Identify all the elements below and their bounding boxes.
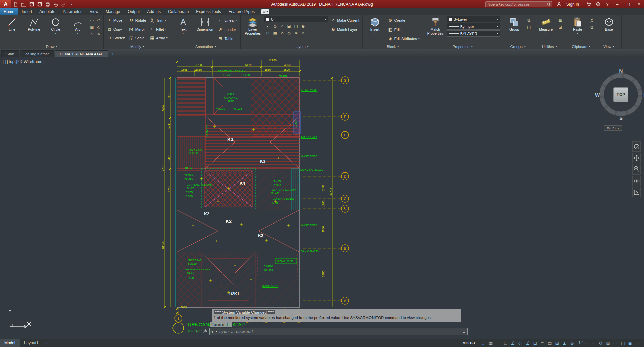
command-recent-dropdown[interactable]: ▾ [216, 330, 217, 333]
file-tab-denah-rencana-atap[interactable]: DENAH RENCANA ATAP [55, 50, 108, 57]
cut-clip-button[interactable]: ╳ [589, 17, 595, 23]
new-file-button[interactable] [11, 0, 19, 8]
ribbon-tab-annotate[interactable]: Annotate [36, 8, 59, 15]
layer-tool-icon[interactable]: ⊖ [265, 30, 271, 36]
ribbon-tab-manage[interactable]: Manage [102, 8, 124, 15]
snap-mode-toggle[interactable]: ▦ [487, 340, 494, 347]
sign-in-button[interactable]: Sign In▾ [564, 2, 584, 7]
measure-button[interactable]: Measure▾ [536, 16, 556, 44]
linear-dimension-button[interactable]: ↔Linear▾ [216, 16, 239, 24]
scale-list-dropdown[interactable]: ▾ [589, 340, 597, 347]
copy-button[interactable]: ⧉Copy [105, 25, 127, 33]
panel-label-draw[interactable]: Draw▾ [0, 44, 103, 49]
object-snap-toggle[interactable]: ⊡ [531, 340, 539, 347]
layout1-tab[interactable]: Layout1 [20, 339, 43, 347]
copy-clip-button[interactable]: ⧉ [589, 24, 595, 30]
panel-label-modify[interactable]: Modify▾ [104, 44, 171, 49]
close-button[interactable]: × [634, 0, 644, 8]
zoom-icon[interactable] [632, 164, 641, 175]
ribbon-tab-parametric[interactable]: Parametric [59, 8, 86, 15]
layer-tool-icon[interactable]: ⊗ [293, 30, 299, 36]
minimize-button[interactable]: – [612, 0, 623, 8]
compass-north[interactable]: N [619, 68, 623, 74]
viewport-menu-control[interactable]: [-] [3, 59, 6, 64]
ribbon-tab-featured-apps[interactable]: Featured Apps [225, 8, 258, 15]
insert-block-button[interactable]: Insert▾ [364, 16, 385, 44]
edit-attributes-button[interactable]: ◈Edit Attributes▾ [386, 34, 421, 43]
viewport-view-control[interactable]: [Top] [7, 59, 16, 64]
ribbon-tab-express-tools[interactable]: Express Tools [192, 8, 225, 15]
viewcube-top-face[interactable]: TOP [613, 87, 628, 102]
object-color-select[interactable]: ByLayer▾ [447, 16, 500, 22]
create-block-button[interactable]: ⊕Create [386, 16, 421, 24]
redo-button[interactable] [60, 0, 68, 8]
circle-button[interactable]: Circle▾ [45, 16, 66, 44]
isolate-objects-toggle[interactable]: ▣ [627, 340, 634, 347]
ribbon-tab-output[interactable]: Output [124, 8, 143, 15]
new-layout-button[interactable]: + [43, 339, 51, 347]
selection-cycling-toggle[interactable]: ⊞ [553, 340, 561, 347]
qat-dropdown[interactable]: ▾ [68, 0, 76, 8]
group-edit-button[interactable]: ◫ [526, 24, 532, 30]
panel-label-groups[interactable]: Groups▾ [502, 44, 534, 49]
layer-properties-button[interactable]: Layer Properties [242, 16, 263, 44]
layer-tool-icon[interactable]: ⊘ [272, 23, 278, 29]
draw-tool-icon[interactable]: ▭ [89, 17, 95, 23]
command-close-icon[interactable]: × [194, 329, 200, 335]
maximize-button[interactable]: ▢ [623, 0, 633, 8]
fillet-button[interactable]: ◜Fillet▾ [148, 25, 169, 33]
workspace-switching-toggle[interactable]: ⚙ [597, 340, 604, 347]
make-current-button[interactable]: ✓Make Current [329, 16, 361, 24]
plot-button[interactable] [44, 0, 52, 8]
quick-calc-button[interactable]: ⊡ [557, 24, 563, 30]
ribbon-display-toggle[interactable]: ▤▾ [261, 9, 270, 14]
draw-tool-icon[interactable]: ∿ [89, 31, 95, 37]
orbit-icon[interactable] [632, 176, 641, 186]
lineweight-display-toggle[interactable]: ≡ [539, 340, 546, 347]
ribbon-tab-insert[interactable]: Insert [18, 8, 36, 15]
text-button[interactable]: A Text▾ [173, 16, 194, 44]
command-input[interactable] [219, 329, 461, 334]
scale-button[interactable]: ◱Scale [127, 34, 147, 42]
annotation-autoscale-toggle[interactable]: ⊕ [568, 340, 576, 347]
linetype-select[interactable]: BYLAYER▾ [447, 30, 500, 37]
command-line[interactable]: ▸ ▾ ▴ [209, 328, 468, 335]
ribbon-tab-add-ins[interactable]: Add-ins [143, 8, 164, 15]
table-button[interactable]: ⊞Table [216, 34, 239, 43]
draw-tool-icon[interactable]: ◇ [96, 24, 102, 30]
steering-wheel-icon[interactable] [632, 141, 641, 152]
compass-west[interactable]: W [595, 92, 600, 98]
layer-tool-icon[interactable]: ✓ [279, 23, 285, 29]
help-icon[interactable]: ? [603, 0, 612, 8]
wcs-selector[interactable]: WCS▾ [604, 125, 622, 131]
user-icon[interactable] [555, 0, 564, 8]
show-motion-icon[interactable] [632, 187, 641, 197]
osnap-tracking-toggle[interactable]: ∠ [524, 340, 531, 347]
model-space-indicator[interactable]: MODEL [459, 341, 480, 345]
draw-tool-icon[interactable]: ≈ [96, 31, 102, 37]
layer-tool-icon[interactable]: ▦ [272, 30, 278, 36]
annotation-monitor-toggle[interactable]: ⊠ [604, 340, 612, 347]
viewport-visual-style-control[interactable]: [2D Wireframe] [16, 59, 44, 64]
base-view-button[interactable]: Base [599, 16, 620, 44]
undo-button[interactable] [52, 0, 60, 8]
rotate-button[interactable]: ↻Rotate [127, 16, 147, 24]
search-input[interactable] [487, 2, 547, 6]
save-as-button[interactable] [36, 0, 44, 8]
new-drawing-tab-button[interactable]: + [109, 50, 116, 57]
draw-tool-icon[interactable]: ▩ [89, 24, 95, 30]
pan-icon[interactable] [632, 153, 641, 163]
array-button[interactable]: ▦Array▾ [148, 34, 169, 42]
drawing-roof-plan[interactable]: 129503738517040501865186515502500GENTENG… [0, 57, 644, 339]
ribbon-tab-collaborate[interactable]: Collaborate [164, 8, 192, 15]
panel-label-properties[interactable]: Properties▾ [423, 44, 502, 49]
move-button[interactable]: +Move [105, 16, 127, 24]
group-button[interactable]: Group [504, 16, 525, 44]
command-expand-icon[interactable]: ▴ [463, 329, 465, 334]
polar-tracking-toggle[interactable]: ∡ [509, 340, 516, 347]
layer-tool-icon[interactable]: ◐ [265, 23, 271, 29]
connect-icon[interactable] [594, 0, 602, 8]
quick-properties-toggle[interactable]: ▭ [612, 340, 619, 347]
panel-label-block[interactable]: Block▾ [363, 44, 423, 49]
layer-tool-icon[interactable]: ≋ [279, 30, 285, 36]
